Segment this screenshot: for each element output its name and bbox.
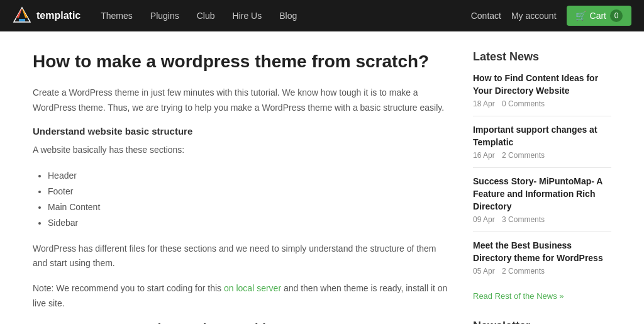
list-item: Header <box>48 168 448 184</box>
read-more-link[interactable]: Read Rest of the News » <box>473 291 564 301</box>
sidebar: Latest News How to Find Content Ideas fo… <box>473 50 611 324</box>
latest-news-heading: Latest News <box>473 50 611 64</box>
my-account-link[interactable]: My account <box>511 11 557 21</box>
news-date-3: 09 Apr <box>473 215 495 224</box>
svg-marker-1 <box>16 9 22 18</box>
article-list: Header Footer Main Content Sidebar <box>48 168 448 232</box>
news-comments-1: 0 Comments <box>502 99 545 108</box>
nav-links: Themes Plugins Club Hire Us Blog <box>93 7 470 25</box>
article-intro: Create a WordPress theme in just few min… <box>33 86 448 116</box>
cart-count: 0 <box>610 9 623 22</box>
article-title: How to make a wordpress theme from scrat… <box>33 50 448 73</box>
news-title-3[interactable]: Success Story- MiPuntoMap- A Feature and… <box>473 176 611 213</box>
article-note: Note: We recommend you to start coding f… <box>33 281 448 311</box>
news-title-4[interactable]: Meet the Best Business Directory theme f… <box>473 240 611 264</box>
logo-icon <box>13 6 31 25</box>
nav-plugins[interactable]: Plugins <box>143 7 187 25</box>
local-server-link[interactable]: on local server <box>224 283 281 293</box>
nav-blog[interactable]: Blog <box>272 7 304 25</box>
news-date-1: 18 Apr <box>473 99 495 108</box>
latest-news-section: Latest News How to Find Content Ideas fo… <box>473 50 611 301</box>
section2-title: How to create a WordPress theme Folder? <box>33 321 448 324</box>
newsletter-heading: Newsletter <box>473 320 611 324</box>
cart-icon: 🛒 <box>575 11 586 21</box>
page-wrapper: How to make a wordpress theme from scrat… <box>20 31 624 324</box>
brand-name: templatic <box>36 10 80 21</box>
nav-hire-us[interactable]: Hire Us <box>225 7 270 25</box>
news-date-4: 05 Apr <box>473 267 495 276</box>
news-item-3: Success Story- MiPuntoMap- A Feature and… <box>473 176 611 232</box>
navbar: templatic Themes Plugins Club Hire Us Bl… <box>0 0 644 31</box>
newsletter-section: Newsletter Signup for a roundup of the d… <box>473 320 611 324</box>
article-subheading: Understand website basic structure <box>33 126 448 137</box>
nav-right: Contact My account 🛒 Cart 0 <box>471 6 631 26</box>
news-comments-2: 2 Comments <box>502 151 545 160</box>
nav-club[interactable]: Club <box>189 7 223 25</box>
news-date-2: 16 Apr <box>473 151 495 160</box>
contact-link[interactable]: Contact <box>471 11 501 21</box>
news-meta-1: 18 Apr 0 Comments <box>473 99 611 108</box>
cart-button[interactable]: 🛒 Cart 0 <box>567 6 631 26</box>
nav-themes[interactable]: Themes <box>93 7 140 25</box>
list-item: Main Content <box>48 199 448 215</box>
brand[interactable]: templatic <box>13 6 80 25</box>
cart-label: Cart <box>590 11 606 21</box>
list-item: Footer <box>48 184 448 199</box>
news-meta-2: 16 Apr 2 Comments <box>473 151 611 160</box>
main-content: How to make a wordpress theme from scrat… <box>33 50 448 324</box>
svg-marker-2 <box>22 9 28 18</box>
article-para2: WordPress has different files for these … <box>33 242 448 272</box>
article-sections-text: A website basically has these sections: <box>33 143 448 158</box>
news-meta-3: 09 Apr 3 Comments <box>473 215 611 224</box>
news-item-4: Meet the Best Business Directory theme f… <box>473 240 611 283</box>
news-comments-4: 2 Comments <box>502 267 545 276</box>
list-item: Sidebar <box>48 215 448 231</box>
svg-rect-4 <box>19 19 25 21</box>
news-meta-4: 05 Apr 2 Comments <box>473 267 611 276</box>
note-prefix: Note: We recommend you to start coding f… <box>33 283 224 293</box>
news-title-1[interactable]: How to Find Content Ideas for Your Direc… <box>473 72 611 97</box>
news-item-2: Important support changes at Templatic 1… <box>473 124 611 168</box>
news-item-1: How to Find Content Ideas for Your Direc… <box>473 72 611 116</box>
news-comments-3: 3 Comments <box>502 215 545 224</box>
news-title-2[interactable]: Important support changes at Templatic <box>473 124 611 148</box>
